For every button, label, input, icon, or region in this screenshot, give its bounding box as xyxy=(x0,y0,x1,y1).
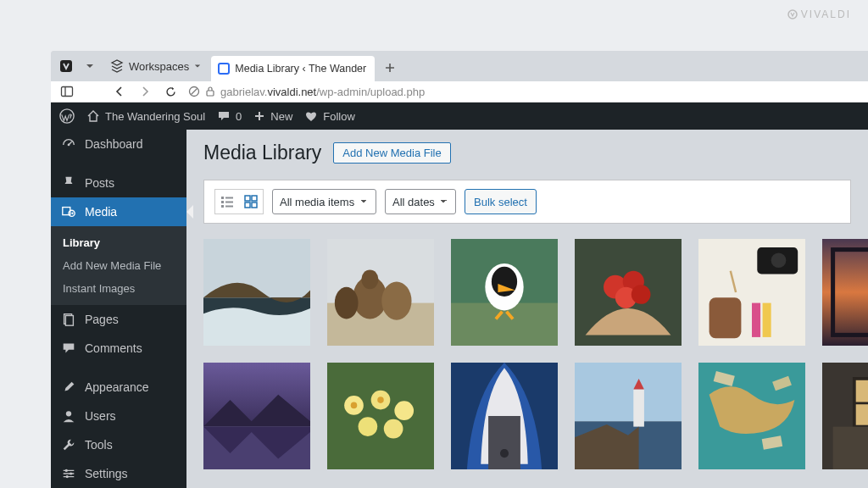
date-filter[interactable]: All dates xyxy=(385,189,456,214)
media-thumb[interactable] xyxy=(698,363,805,469)
svg-rect-54 xyxy=(327,363,434,469)
new-tab-button[interactable] xyxy=(378,56,402,80)
sidebar-item-users[interactable]: Users xyxy=(51,402,186,430)
sidebar-item-label: Appearance xyxy=(85,380,149,394)
media-toolbar: All media items All dates Bulk select xyxy=(203,180,851,224)
chevron-down-icon xyxy=(194,63,201,69)
sidebar-item-appearance[interactable]: Appearance xyxy=(51,373,186,402)
svg-point-0 xyxy=(788,10,797,19)
dropdown-icon[interactable] xyxy=(80,56,100,76)
media-type-filter[interactable]: All media items xyxy=(272,189,376,214)
svg-point-13 xyxy=(66,411,71,416)
svg-point-14 xyxy=(65,469,68,472)
svg-point-43 xyxy=(632,285,651,304)
svg-rect-63 xyxy=(488,416,520,469)
sidebar-submenu: Library Add New Media File Instant Image… xyxy=(51,226,186,305)
svg-point-8 xyxy=(68,144,70,147)
page-title: Media Library xyxy=(203,141,321,164)
media-thumb[interactable] xyxy=(203,239,310,346)
submenu-add-new[interactable]: Add New Media File xyxy=(51,254,186,277)
wp-admin-bar: The Wandering Soul 0 New Follow xyxy=(51,103,868,130)
new-content-link[interactable]: New xyxy=(253,110,292,123)
sidebar-item-label: Media xyxy=(85,205,117,219)
sidebar-item-label: Dashboard xyxy=(85,137,143,151)
sidebar-item-posts[interactable]: Posts xyxy=(51,169,186,197)
submenu-instant-images[interactable]: Instant Images xyxy=(51,277,186,300)
sidebar-item-dashboard[interactable]: Dashboard xyxy=(51,130,186,158)
media-thumb[interactable] xyxy=(575,239,682,346)
vivaldi-logo-icon xyxy=(787,9,798,19)
wp-logo-button[interactable] xyxy=(59,108,75,124)
plus-icon xyxy=(253,110,265,122)
user-icon xyxy=(61,408,76,424)
bulk-select-button[interactable]: Bulk select xyxy=(465,189,537,214)
workspaces-icon xyxy=(110,59,124,73)
sidebar-item-label: Settings xyxy=(85,467,128,480)
reload-button[interactable] xyxy=(163,84,178,99)
sidebar-item-label: Posts xyxy=(85,176,114,190)
svg-point-60 xyxy=(351,402,358,409)
media-thumb[interactable] xyxy=(698,239,805,346)
grid-view-button[interactable] xyxy=(239,190,263,214)
vivaldi-menu-button[interactable] xyxy=(56,56,76,76)
svg-rect-12 xyxy=(65,316,73,326)
wrench-icon xyxy=(61,437,76,452)
heart-icon xyxy=(304,109,318,123)
svg-rect-22 xyxy=(225,206,233,208)
back-button[interactable] xyxy=(112,84,127,99)
sidebar-item-pages[interactable]: Pages xyxy=(51,305,186,334)
list-view-button[interactable] xyxy=(215,190,239,214)
svg-point-33 xyxy=(381,281,411,319)
sidebar-item-label: Comments xyxy=(85,341,142,355)
media-thumb[interactable] xyxy=(575,363,682,469)
svg-rect-23 xyxy=(245,196,250,201)
svg-point-32 xyxy=(361,270,378,290)
svg-rect-18 xyxy=(225,197,233,199)
svg-rect-75 xyxy=(833,427,868,469)
wordpress-icon xyxy=(59,108,75,124)
url-display[interactable]: gabrielav.vivaldi.net/wp-admin/upload.ph… xyxy=(188,86,425,98)
sliders-icon xyxy=(61,466,76,481)
site-name-link[interactable]: The Wandering Soul xyxy=(86,109,205,123)
media-thumb[interactable] xyxy=(327,363,434,469)
sidebar-item-comments[interactable]: Comments xyxy=(51,334,186,363)
forward-button[interactable] xyxy=(137,84,153,99)
panel-toggle-button[interactable] xyxy=(59,84,75,99)
media-thumb[interactable] xyxy=(451,239,558,346)
media-thumb[interactable] xyxy=(822,363,868,469)
wp-content: Media Library Add New Media File All med… xyxy=(186,103,868,488)
svg-rect-25 xyxy=(245,202,250,208)
comment-icon xyxy=(217,109,231,123)
add-new-button[interactable]: Add New Media File xyxy=(333,142,450,164)
pin-icon xyxy=(61,175,76,191)
page-header: Media Library Add New Media File xyxy=(203,141,851,164)
svg-point-16 xyxy=(66,475,69,478)
svg-point-61 xyxy=(377,396,384,403)
media-thumb[interactable] xyxy=(451,363,558,469)
sidebar-item-settings[interactable]: Settings xyxy=(51,459,186,488)
sidebar-item-label: Tools xyxy=(85,438,113,452)
browser-tab[interactable]: Media Library ‹ The Wander xyxy=(211,56,375,81)
svg-rect-24 xyxy=(252,196,257,201)
comments-link[interactable]: 0 xyxy=(217,109,242,123)
follow-link[interactable]: Follow xyxy=(304,109,355,123)
svg-rect-20 xyxy=(225,202,233,203)
browser-window: Workspaces Media Library ‹ The Wander ga… xyxy=(51,51,868,488)
view-toggle xyxy=(214,189,264,214)
svg-rect-6 xyxy=(207,91,214,96)
svg-rect-49 xyxy=(763,303,771,337)
tab-favicon xyxy=(218,63,230,75)
svg-point-38 xyxy=(492,267,517,297)
sidebar-item-media[interactable]: Media xyxy=(51,197,186,226)
svg-point-46 xyxy=(771,252,787,268)
media-thumb[interactable] xyxy=(203,363,310,469)
workspaces-button[interactable]: Workspaces xyxy=(103,59,208,73)
media-grid xyxy=(203,239,851,469)
tab-title: Media Library ‹ The Wander xyxy=(235,63,366,75)
submenu-library[interactable]: Library xyxy=(51,231,186,254)
media-thumb[interactable] xyxy=(327,239,434,346)
sidebar-item-tools[interactable]: Tools xyxy=(51,430,186,459)
sidebar-item-label: Pages xyxy=(85,313,119,326)
media-icon xyxy=(61,204,76,219)
media-thumb[interactable] xyxy=(822,239,868,346)
